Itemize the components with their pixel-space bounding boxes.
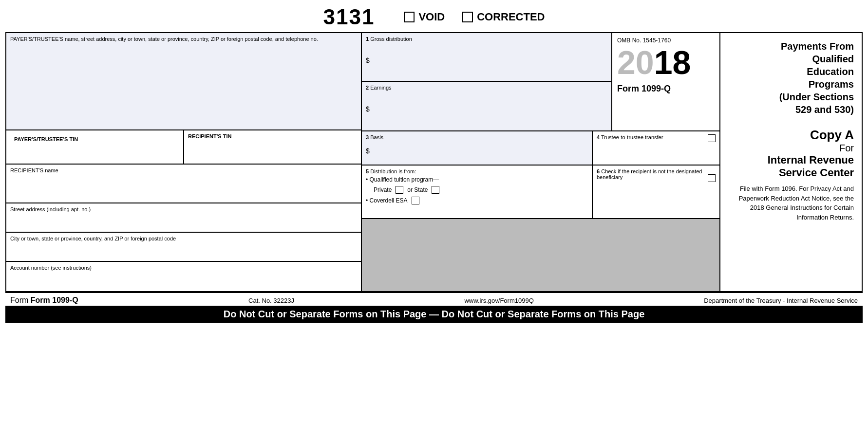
- corrected-checkbox[interactable]: [462, 12, 473, 22]
- void-checkbox[interactable]: [404, 12, 415, 22]
- footer-warning: Do Not Cut or Separate Forms on This Pag…: [5, 306, 863, 323]
- box3-cell: 3 Basis $ 4 Trustee-to-trustee transfer: [362, 131, 719, 166]
- copy-section: Copy A For Internal Revenue Service Cent…: [728, 128, 854, 222]
- private-label: Private: [374, 186, 392, 193]
- void-label: VOID: [418, 11, 445, 23]
- box2-title: Earnings: [370, 85, 391, 91]
- payer-info-label: PAYER'S/TRUSTEE'S name, street address, …: [10, 36, 357, 42]
- footer-top: Form Form 1099-Q Cat. No. 32223J www.irs…: [5, 295, 863, 306]
- right-panel: Payments From Qualified Education Progra…: [720, 33, 862, 291]
- omb-number: OMB No. 1545-1760: [617, 37, 715, 44]
- payer-tin-cell: PAYER'S/TRUSTEE'S TIN: [6, 130, 184, 164]
- city-cell: City or town, state or province, country…: [6, 233, 361, 262]
- title-line1: Payments From: [781, 41, 854, 52]
- box1-amount: $: [366, 56, 607, 64]
- box5-number: 5: [366, 168, 369, 174]
- payer-tin-label: PAYER'S/TRUSTEE'S TIN: [10, 133, 179, 145]
- copy-label: Copy A: [728, 128, 854, 143]
- box6-number: 6: [597, 168, 600, 174]
- state-checkbox[interactable]: [432, 186, 439, 194]
- void-corrected-area: VOID CORRECTED: [404, 11, 545, 23]
- page-wrapper: 3131 VOID CORRECTED PAYER'S/TRUSTEE'S na…: [5, 5, 863, 323]
- box6-content: 6 Check if the recipient is not the desi…: [593, 166, 719, 218]
- payer-info-cell: PAYER'S/TRUSTEE'S name, street address, …: [6, 33, 361, 130]
- tin-row: PAYER'S/TRUSTEE'S TIN RECIPIENT'S TIN: [6, 130, 361, 165]
- box1-number: 1: [366, 36, 369, 42]
- corrected-label: CORRECTED: [477, 11, 545, 23]
- form-container: PAYER'S/TRUSTEE'S name, street address, …: [5, 32, 863, 292]
- box6-label: 6 Check if the recipient is not the desi…: [597, 168, 716, 180]
- box2-cell: 2 Earnings $: [362, 82, 611, 130]
- box12-stack: 1 Gross distribution $ 2 Earnings: [362, 33, 612, 130]
- footer-website: www.irs.gov/Form1099Q: [464, 297, 533, 304]
- title-line6: 529 and 530): [795, 104, 854, 115]
- box2-number: 2: [366, 85, 369, 91]
- right-title: Payments From Qualified Education Progra…: [728, 40, 854, 116]
- year-display: 2018: [617, 46, 715, 79]
- account-label: Account number (see instructions): [10, 265, 357, 271]
- box3-dollar: $: [366, 147, 370, 155]
- dist-option2: • Coverdell ESA: [366, 197, 408, 204]
- box2-dollar: $: [366, 105, 370, 113]
- omb-area: OMB No. 1545-1760 2018 Form 1099-Q: [612, 33, 719, 130]
- recipient-tin-label: RECIPIENT'S TIN: [188, 133, 357, 139]
- top-row: 1 Gross distribution $ 2 Earnings: [362, 33, 719, 131]
- box2-amount: $: [366, 105, 607, 113]
- box5-content: 5 Distribution is from: • Qualified tuit…: [362, 166, 593, 218]
- box1-title: Gross distribution: [370, 36, 412, 42]
- footer-form-name: Form Form 1099-Q: [10, 296, 78, 305]
- footer: Form Form 1099-Q Cat. No. 32223J www.irs…: [5, 292, 863, 323]
- box5-label: 5 Distribution is from:: [366, 168, 588, 174]
- box1-dollar: $: [366, 56, 370, 64]
- footer-cat-no: Cat. No. 32223J: [248, 297, 294, 304]
- box3-label: 3 Basis: [366, 134, 588, 140]
- year-light: 20: [617, 44, 654, 81]
- box6-checkbox[interactable]: [708, 174, 716, 182]
- recipient-tin-cell: RECIPIENT'S TIN: [184, 130, 361, 164]
- void-checkbox-label: VOID: [404, 11, 445, 23]
- box6-title: Check if the recipient is not the design…: [597, 168, 702, 180]
- form-number: 3131: [323, 5, 375, 29]
- box2-label: 2 Earnings: [366, 85, 607, 91]
- corrected-checkbox-label: CORRECTED: [462, 11, 545, 23]
- recipient-name-cell: RECIPIENT'S name: [6, 165, 361, 203]
- box56-row: 5 Distribution is from: • Qualified tuit…: [362, 166, 719, 219]
- left-section: PAYER'S/TRUSTEE'S name, street address, …: [6, 33, 362, 291]
- box5-title: Distribution is from:: [370, 168, 416, 174]
- street-address-label: Street address (including apt. no.): [10, 206, 357, 212]
- title-line3: Education: [807, 66, 854, 77]
- private-checkbox[interactable]: [396, 186, 403, 194]
- year-dark: 18: [654, 44, 691, 81]
- city-label: City or town, state or province, country…: [10, 236, 357, 241]
- irs-label: Internal Revenue Service Center: [728, 154, 854, 179]
- or-state-label: or State: [407, 186, 428, 193]
- title-line5: (Under Sections: [779, 92, 854, 102]
- title-line2: Qualified: [812, 54, 854, 64]
- header-row: 3131 VOID CORRECTED: [5, 5, 863, 29]
- file-info: File with Form 1096. For Privacy Act and…: [728, 184, 854, 222]
- street-address-cell: Street address (including apt. no.): [6, 203, 361, 233]
- title-line4: Programs: [809, 79, 854, 90]
- dist-option1: • Qualified tuition program—: [366, 176, 588, 183]
- form-name-display: Form 1099-Q: [617, 84, 715, 94]
- for-label: For: [728, 143, 854, 154]
- recipient-name-label: RECIPIENT'S name: [10, 167, 357, 173]
- coverdell-checkbox[interactable]: [412, 197, 419, 204]
- box3-title: Basis: [370, 134, 383, 140]
- box4-content: 4 Trustee-to-trustee transfer: [593, 131, 719, 165]
- gray-filler-area: [362, 219, 719, 291]
- dist-option2-row: • Coverdell ESA: [366, 197, 588, 204]
- box1-cell: 1 Gross distribution $: [362, 33, 611, 82]
- footer-form-name-bold: Form 1099-Q: [31, 296, 78, 304]
- footer-department: Department of the Treasury - Internal Re…: [704, 297, 858, 304]
- box1-label: 1 Gross distribution: [366, 36, 607, 42]
- account-cell: Account number (see instructions): [6, 262, 361, 291]
- dist-private-state: Private or State: [374, 186, 588, 194]
- box3-amount: $: [366, 147, 588, 155]
- box3-number: 3: [366, 134, 369, 140]
- middle-section: 1 Gross distribution $ 2 Earnings: [362, 33, 720, 291]
- distribution-options: • Qualified tuition program— Private or …: [366, 176, 588, 204]
